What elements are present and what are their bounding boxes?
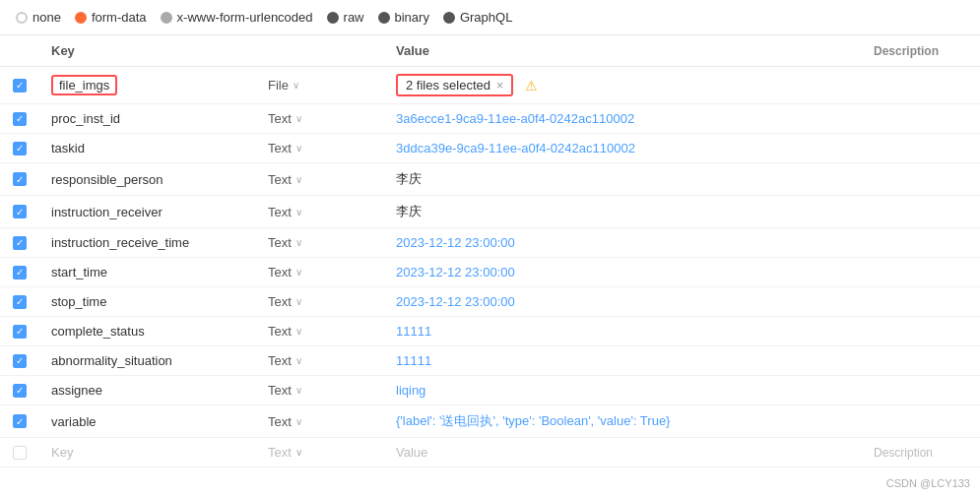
files-selected-text: 2 files selected xyxy=(406,78,490,93)
value-cell: liqing xyxy=(384,376,862,405)
footer-value-placeholder[interactable]: Value xyxy=(384,438,862,467)
footer-key-placeholder[interactable]: Key xyxy=(39,438,256,467)
table-row: ✓ instruction_receiver Text ∨ 李庆 xyxy=(0,196,980,228)
row-checkbox[interactable]: ✓ xyxy=(12,205,28,218)
value-text: liqing xyxy=(396,383,425,398)
radio-label-graphql: GraphQL xyxy=(460,10,512,25)
checkbox-checked[interactable]: ✓ xyxy=(13,112,27,126)
type-cell: Text ∨ xyxy=(256,163,384,196)
row-checkbox[interactable]: ✓ xyxy=(12,266,28,280)
row-checkbox[interactable]: ✓ xyxy=(12,172,28,186)
row-checkbox[interactable]: ✓ xyxy=(12,236,28,250)
col-checkbox xyxy=(0,35,39,67)
radio-dot-graphql xyxy=(443,12,455,24)
checkbox-checked[interactable]: ✓ xyxy=(13,295,27,309)
radio-label-form-data: form-data xyxy=(92,10,147,25)
radio-label-binary: binary xyxy=(395,10,429,25)
checkbox-checked[interactable]: ✓ xyxy=(13,236,27,250)
radio-dot-form-data xyxy=(75,12,87,24)
checkbox-empty[interactable] xyxy=(13,446,27,460)
row-checkbox[interactable]: ✓ xyxy=(12,325,28,339)
value-text: 2023-12-12 23:00:00 xyxy=(396,294,515,309)
radio-form-data[interactable]: form-data xyxy=(75,10,147,25)
type-label[interactable]: Text xyxy=(268,324,292,339)
type-label[interactable]: Text xyxy=(268,414,292,429)
key-cell: instruction_receiver xyxy=(39,196,256,228)
description-cell xyxy=(862,376,980,405)
key-value: complete_status xyxy=(51,324,145,339)
value-cell: 2023-12-12 23:00:00 xyxy=(384,258,862,287)
checkbox-checked[interactable]: ✓ xyxy=(13,172,27,186)
close-files-button[interactable]: × xyxy=(496,79,503,93)
type-label[interactable]: Text xyxy=(268,235,292,250)
table-row: ✓ file_imgs File ∨ 2 files selected xyxy=(0,67,980,104)
checkbox-checked[interactable]: ✓ xyxy=(13,142,27,155)
type-label[interactable]: Text xyxy=(268,265,292,280)
type-label[interactable]: Text xyxy=(268,111,292,126)
value-text: 2023-12-12 23:00:00 xyxy=(396,265,515,280)
row-checkbox[interactable]: ✓ xyxy=(12,142,28,155)
checkbox-checked[interactable]: ✓ xyxy=(13,384,27,398)
value-cell: 2023-12-12 23:00:00 xyxy=(384,228,862,258)
description-cell xyxy=(862,317,980,346)
type-chevron-icon: ∨ xyxy=(295,113,302,124)
type-cell: Text ∨ xyxy=(256,317,384,346)
row-checkbox[interactable]: ✓ xyxy=(12,354,28,368)
radio-none[interactable]: none xyxy=(16,10,61,25)
top-bar: none form-data x-www-form-urlencoded raw… xyxy=(0,0,980,35)
type-cell: Text ∨ xyxy=(256,104,384,134)
type-cell: Text ∨ xyxy=(256,228,384,258)
footer-row: Key Text ∨ Value Description xyxy=(0,438,980,467)
type-label[interactable]: Text xyxy=(268,172,292,187)
radio-label-none: none xyxy=(33,10,61,25)
key-cell: assignee xyxy=(39,376,256,405)
type-label[interactable]: Text xyxy=(268,141,292,155)
files-selected-box: 2 files selected × xyxy=(396,74,513,96)
value-cell: 2 files selected × ⚠ xyxy=(384,67,862,104)
value-cell: 李庆 xyxy=(384,196,862,228)
type-label[interactable]: Text xyxy=(268,383,292,398)
table-row: ✓ abnormality_situation Text ∨ 11111 xyxy=(0,346,980,376)
type-cell: File ∨ xyxy=(256,67,384,104)
key-value: instruction_receiver xyxy=(51,205,163,219)
row-checkbox[interactable]: ✓ xyxy=(12,112,28,126)
key-value: variable xyxy=(51,414,97,429)
checkbox-checked[interactable]: ✓ xyxy=(13,354,27,368)
type-chevron-icon: ∨ xyxy=(295,385,302,396)
type-label[interactable]: Text xyxy=(268,294,292,309)
radio-graphql[interactable]: GraphQL xyxy=(443,10,512,25)
value-cell: 3ddca39e-9ca9-11ee-a0f4-0242ac110002 xyxy=(384,134,862,163)
type-cell: Text ∨ xyxy=(256,196,384,228)
footer-description: Description xyxy=(862,438,980,467)
key-cell: abnormality_situation xyxy=(39,346,256,376)
type-cell: Text ∨ xyxy=(256,346,384,376)
key-value: abnormality_situation xyxy=(51,353,172,368)
table-row: ✓ taskid Text ∨ 3ddca39e-9ca9-11ee-a0f4-… xyxy=(0,134,980,163)
type-label[interactable]: Text xyxy=(268,353,292,368)
footer-key-text: Key xyxy=(51,445,73,460)
checkbox-checked[interactable]: ✓ xyxy=(13,325,27,339)
checkbox-checked[interactable]: ✓ xyxy=(13,79,27,93)
description-cell xyxy=(862,346,980,376)
value-text: 11111 xyxy=(396,353,431,368)
checkbox-checked[interactable]: ✓ xyxy=(13,205,27,218)
row-checkbox[interactable]: ✓ xyxy=(12,295,28,309)
checkbox-checked[interactable]: ✓ xyxy=(13,414,27,428)
table-row: ✓ stop_time Text ∨ 2023-12-12 23:00:00 xyxy=(0,287,980,317)
row-checkbox[interactable]: ✓ xyxy=(12,384,28,398)
radio-binary[interactable]: binary xyxy=(378,10,429,25)
radio-x-www[interactable]: x-www-form-urlencoded xyxy=(161,10,313,25)
radio-label-x-www: x-www-form-urlencoded xyxy=(177,10,313,25)
key-value: stop_time xyxy=(51,294,106,309)
type-label[interactable]: Text xyxy=(268,205,292,219)
type-label[interactable]: File xyxy=(268,78,289,93)
description-cell xyxy=(862,67,980,104)
value-cell: 11111 xyxy=(384,346,862,376)
row-checkbox[interactable]: ✓ xyxy=(12,414,28,428)
value-text: 2023-12-12 23:00:00 xyxy=(396,235,515,250)
row-checkbox[interactable]: ✓ xyxy=(12,79,28,93)
footer-type-label[interactable]: Text xyxy=(268,445,292,460)
checkbox-checked[interactable]: ✓ xyxy=(13,266,27,280)
radio-raw[interactable]: raw xyxy=(327,10,364,25)
warning-icon: ⚠ xyxy=(525,78,538,93)
